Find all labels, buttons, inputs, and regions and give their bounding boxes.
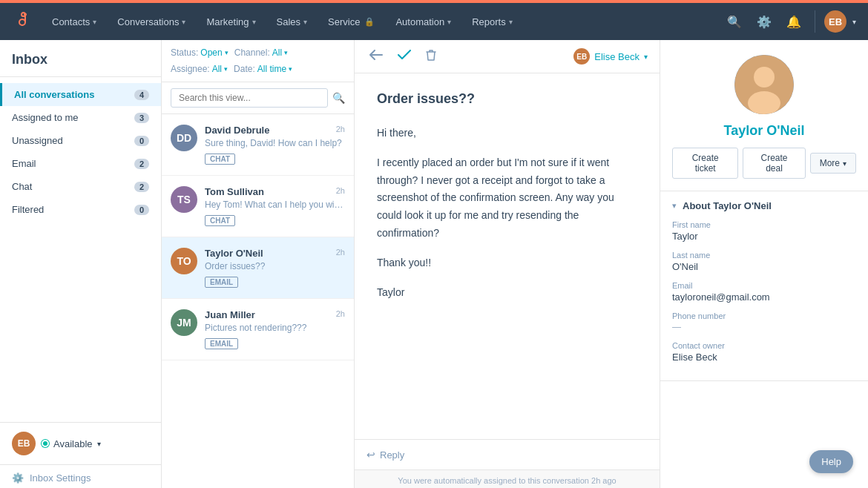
more-button[interactable]: More ▾ — [810, 153, 856, 174]
conv-time: 2h — [336, 186, 345, 195]
conversation-item[interactable]: DD David Debrule 2h Sure thing, David! H… — [162, 114, 354, 176]
conversation-item-taylor[interactable]: TO Taylor O'Neil 2h Order issues?? EMAIL — [162, 237, 354, 299]
hubspot-logo[interactable] — [12, 9, 33, 34]
user-status-area[interactable]: EB Available ▾ — [0, 422, 161, 464]
email-paragraph: I recently placed an order but I'm not s… — [377, 154, 637, 243]
channel-label: Channel: — [234, 47, 270, 58]
available-label: Available — [53, 438, 93, 449]
lock-icon: 🔒 — [364, 17, 375, 27]
avatar: DD — [171, 125, 197, 151]
sidebar-item-chat[interactable]: Chat 2 — [0, 175, 161, 198]
assignee-area: EB Elise Beck ▾ — [573, 48, 648, 65]
assignee-filter[interactable]: Assignee: All ▾ — [171, 64, 228, 74]
search-icon: 🔍 — [332, 92, 345, 104]
notifications-button[interactable]: 🔔 — [782, 10, 806, 33]
user-avatar[interactable]: EB — [824, 10, 846, 33]
delete-button[interactable] — [423, 46, 439, 67]
conv-tag: CHAT — [205, 154, 235, 165]
sidebar-item-email[interactable]: Email 2 — [0, 152, 161, 175]
search-button[interactable]: 🔍 — [723, 10, 746, 33]
sidebar-item-filtered[interactable]: Filtered 0 — [0, 198, 161, 221]
more-label: More — [820, 158, 840, 168]
user-avatar-small: EB — [12, 432, 36, 455]
nav-divider — [815, 10, 815, 33]
assignee-value: All — [212, 64, 222, 74]
sidebar: Inbox All conversations 4 Assigned to me… — [0, 40, 162, 488]
settings-gear-icon: ⚙️ — [12, 472, 24, 484]
chevron-icon: ▾ — [303, 18, 307, 26]
status-dot — [42, 440, 49, 447]
more-chevron-icon: ▾ — [843, 159, 846, 168]
email-reply-area[interactable]: ↩ Reply — [355, 439, 660, 469]
reply-button[interactable]: ↩ Reply — [366, 449, 648, 461]
conv-header: David Debrule 2h — [205, 125, 345, 136]
chevron-icon: ▾ — [252, 18, 256, 26]
search-area: 🔍 — [162, 82, 354, 114]
sidebar-item-unassigned[interactable]: Unassigned 0 — [0, 129, 161, 152]
avatar: TS — [171, 186, 197, 213]
assignee-name[interactable]: Elise Beck — [594, 51, 640, 62]
conversation-item[interactable]: TS Tom Sullivan 2h Hey Tom! What can I h… — [162, 176, 354, 237]
conv-name: Tom Sullivan — [205, 186, 264, 197]
svg-point-3 — [748, 91, 780, 114]
inbox-settings-button[interactable]: ⚙️ Inbox Settings — [0, 464, 161, 488]
sidebar-badge-all: 4 — [134, 90, 149, 100]
reply-label: Reply — [380, 449, 404, 461]
inbox-title: Inbox — [12, 52, 149, 67]
nav-contacts[interactable]: Contacts ▾ — [42, 3, 107, 40]
sidebar-badge-unassigned: 0 — [134, 136, 149, 146]
sidebar-item-all-conversations[interactable]: All conversations 4 — [0, 83, 161, 106]
conversation-items: DD David Debrule 2h Sure thing, David! H… — [162, 114, 354, 488]
chevron-icon: ▾ — [447, 18, 451, 26]
conv-name: Juan Miller — [205, 309, 255, 320]
channel-filter[interactable]: Channel: All ▾ — [234, 47, 288, 58]
channel-chevron-icon: ▾ — [284, 49, 288, 56]
settings-button[interactable]: ⚙️ — [752, 10, 776, 33]
sidebar-label-unassigned: Unassigned — [12, 135, 63, 146]
conversation-item[interactable]: JM Juan Miller 2h Pictures not rendering… — [162, 299, 354, 360]
section-header[interactable]: ▾ About Taylor O'Neil — [660, 191, 868, 220]
email-subject: Order issues?? — [377, 91, 637, 107]
create-deal-label: Create deal — [752, 153, 795, 174]
conv-time: 2h — [336, 248, 345, 257]
search-input[interactable] — [171, 88, 328, 108]
email-paragraph: Thank you!! — [377, 254, 637, 272]
conv-header: Tom Sullivan 2h — [205, 186, 345, 197]
assignee-chevron-icon[interactable]: ▾ — [644, 53, 648, 61]
sidebar-label-chat: Chat — [12, 181, 32, 192]
assignee-avatar: EB — [573, 48, 590, 65]
sidebar-item-assigned-to-me[interactable]: Assigned to me 3 — [0, 106, 161, 129]
email-actions — [366, 46, 439, 67]
conv-preview: Order issues?? — [205, 261, 345, 271]
reply-icon: ↩ — [366, 449, 375, 461]
help-button[interactable]: Help — [809, 450, 853, 473]
field-group-phone: Phone number — — [672, 311, 856, 332]
nav-automation[interactable]: Automation ▾ — [385, 3, 461, 40]
status-filter[interactable]: Status: Open ▾ — [171, 47, 228, 58]
date-filter[interactable]: Date: All time ▾ — [234, 64, 292, 74]
nav-sales[interactable]: Sales ▾ — [266, 3, 318, 40]
create-ticket-label: Create ticket — [682, 153, 729, 174]
nav-conversations[interactable]: Conversations ▾ — [107, 3, 196, 40]
email-toolbar: EB Elise Beck ▾ — [355, 40, 660, 73]
conv-content: Tom Sullivan 2h Hey Tom! What can I help… — [205, 186, 345, 226]
nav-service[interactable]: Service 🔒 — [318, 3, 385, 40]
conv-time: 2h — [336, 309, 345, 318]
sidebar-label-assigned: Assigned to me — [12, 112, 79, 123]
back-button[interactable] — [366, 47, 386, 66]
available-status-button[interactable]: Available ▾ — [42, 438, 101, 449]
nav-reports[interactable]: Reports ▾ — [461, 3, 523, 40]
create-ticket-button[interactable]: Create ticket — [672, 148, 738, 179]
nav-right: 🔍 ⚙️ 🔔 EB ▾ — [723, 10, 856, 33]
field-label: Contact owner — [672, 341, 856, 350]
user-menu-chevron[interactable]: ▾ — [852, 18, 856, 26]
chevron-icon: ▾ — [182, 18, 185, 26]
resolve-button[interactable] — [395, 47, 414, 66]
chevron-icon: ▾ — [509, 18, 513, 26]
create-deal-button[interactable]: Create deal — [743, 148, 805, 179]
nav-marketing[interactable]: Marketing ▾ — [196, 3, 266, 40]
avatar: TO — [171, 248, 197, 274]
field-value: O'Neil — [672, 261, 856, 272]
auto-assign-text: You were automatically assigned to this … — [398, 476, 616, 485]
conv-preview: Hey Tom! What can I help you with? — [205, 200, 345, 210]
